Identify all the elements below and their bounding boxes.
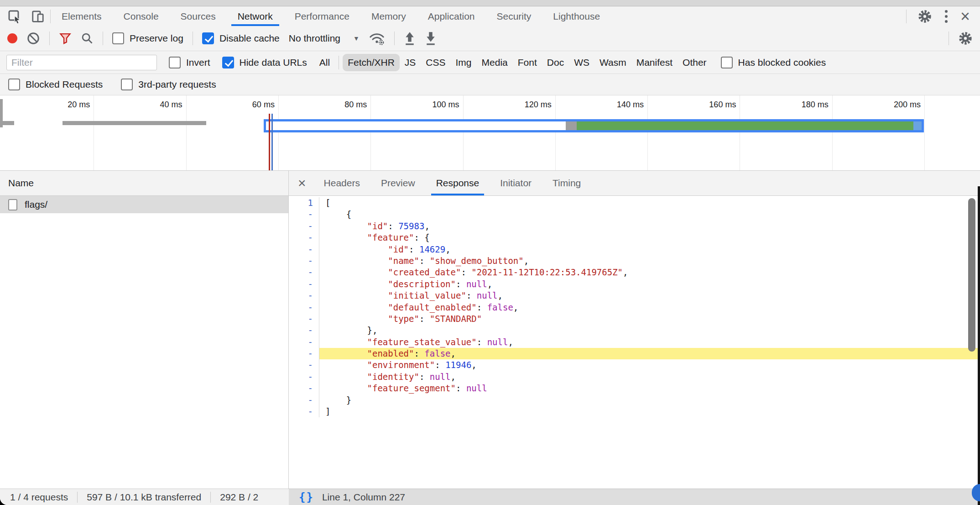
gutter-mark: - [289, 395, 319, 406]
has-blocked-cookies-checkbox[interactable]: Has blocked cookies [721, 57, 826, 68]
type-filter-css[interactable]: CSS [421, 54, 450, 71]
request-row[interactable]: flags/ [0, 196, 288, 213]
checkbox-unchecked[interactable] [121, 79, 133, 90]
timeline-gridline [555, 95, 556, 170]
checkbox-unchecked[interactable] [721, 57, 733, 68]
hide-data-urls-checkbox[interactable]: Hide data URLs [222, 57, 307, 68]
devtools-tabbar: ElementsConsoleSourcesNetworkPerformance… [0, 6, 980, 26]
divider [193, 32, 193, 45]
timeline-gridline [647, 95, 648, 170]
code-line: -] [289, 406, 980, 417]
network-conditions-icon[interactable] [369, 32, 385, 45]
type-filter-font[interactable]: Font [513, 54, 542, 71]
checkbox-unchecked[interactable] [112, 32, 124, 44]
window-edge-artifact [978, 186, 980, 505]
tab-security[interactable]: Security [485, 6, 542, 26]
type-filter-media[interactable]: Media [477, 54, 513, 71]
timeline-tick-label: 40 ms [132, 100, 182, 110]
divider [49, 32, 50, 45]
checkbox-unchecked[interactable] [8, 79, 20, 90]
checkbox-checked[interactable] [222, 57, 234, 68]
blocked-requests-checkbox[interactable]: Blocked Requests [8, 79, 103, 90]
type-filter-fetch-xhr[interactable]: Fetch/XHR [343, 54, 400, 71]
gutter-mark: 1 [289, 197, 319, 209]
filter-bar: Invert Hide data URLs AllFetch/XHRJSCSSI… [0, 51, 980, 74]
type-filter-ws[interactable]: WS [569, 54, 594, 71]
code-line: - "id": 75983, [289, 221, 980, 232]
search-icon[interactable] [81, 32, 94, 45]
resource-type-icon [8, 199, 17, 210]
timeline-gridline [740, 95, 740, 170]
tab-console[interactable]: Console [113, 6, 170, 26]
disable-cache-checkbox[interactable]: Disable cache [202, 32, 280, 44]
third-party-requests-checkbox[interactable]: 3rd-party requests [121, 79, 216, 90]
filter-funnel-icon[interactable] [59, 32, 72, 45]
vertical-scrollbar[interactable] [968, 198, 975, 352]
tab-network[interactable]: Network [227, 6, 284, 26]
type-filter-all[interactable]: All [314, 54, 335, 71]
filter-input[interactable] [6, 55, 157, 70]
tab-application[interactable]: Application [417, 6, 486, 26]
record-network-log-icon[interactable] [7, 33, 17, 43]
close-devtools-icon[interactable]: × [960, 8, 970, 25]
timeline-gridline [924, 95, 925, 170]
tab-memory[interactable]: Memory [360, 6, 417, 26]
timeline-tick-label: 120 ms [501, 100, 552, 110]
code-line: - "default_enabled": false, [289, 302, 980, 313]
code-text: "name": "show_demo_button", [319, 255, 980, 267]
tab-lighthouse[interactable]: Lighthouse [542, 6, 611, 26]
options-bar: Blocked Requests 3rd-party requests [0, 74, 980, 95]
name-column-header[interactable]: Name [0, 171, 288, 196]
type-filter-img[interactable]: Img [451, 54, 477, 71]
preserve-log-checkbox[interactable]: Preserve log [112, 32, 183, 44]
type-filter-other[interactable]: Other [678, 54, 712, 71]
detail-tab-preview[interactable]: Preview [370, 171, 426, 195]
type-filter-doc[interactable]: Doc [542, 54, 569, 71]
tab-sources[interactable]: Sources [170, 6, 227, 26]
invert-label: Invert [186, 57, 210, 68]
invert-checkbox[interactable]: Invert [169, 57, 210, 68]
timeline-overview[interactable]: 20 ms40 ms60 ms80 ms100 ms120 ms140 ms16… [0, 95, 980, 171]
detail-tab-response[interactable]: Response [426, 171, 490, 195]
code-text: "created_date": "2021-11-12T10:22:53.419… [319, 267, 980, 278]
detail-tab-timing[interactable]: Timing [542, 171, 591, 195]
tab-elements[interactable]: Elements [51, 6, 113, 26]
idle-request-bar [1, 121, 14, 125]
type-filter-manifest[interactable]: Manifest [631, 54, 678, 71]
checkbox-unchecked[interactable] [169, 57, 181, 68]
clear-network-log-icon[interactable] [26, 32, 40, 45]
pretty-print-braces-icon[interactable]: {} [299, 491, 314, 504]
code-line: - { [289, 209, 980, 220]
type-filter-wasm[interactable]: Wasm [594, 54, 631, 71]
detail-tab-initiator[interactable]: Initiator [490, 171, 542, 195]
checkbox-checked[interactable] [202, 32, 214, 44]
settings-gear-icon[interactable] [917, 9, 932, 24]
more-options-icon[interactable] [943, 10, 949, 23]
import-har-icon[interactable] [404, 32, 416, 45]
chevron-down-icon: ▼ [353, 35, 360, 42]
code-text: "initial_value": null, [319, 290, 980, 301]
code-text: ] [319, 406, 980, 417]
timeline-gridline [463, 95, 464, 170]
timeline-tick-label: 100 ms [409, 100, 459, 110]
type-filter-js[interactable]: JS [400, 54, 421, 71]
request-waterfall-bar[interactable] [264, 119, 924, 132]
device-toolbar-icon[interactable] [31, 10, 45, 23]
preserve-log-label: Preserve log [130, 33, 183, 44]
export-har-icon[interactable] [425, 32, 437, 45]
response-code[interactable]: 1[- {- "id": 75983,- "feature": {- "id":… [289, 196, 980, 489]
throttling-select[interactable]: No throttling ▼ [289, 33, 360, 44]
blocked-requests-label: Blocked Requests [26, 79, 103, 90]
code-text: "enabled": false, [319, 348, 980, 359]
network-settings-gear-icon[interactable] [958, 31, 973, 46]
devtools-window: ElementsConsoleSourcesNetworkPerformance… [0, 0, 980, 505]
code-line: - } [289, 395, 980, 406]
detail-tab-headers[interactable]: Headers [313, 171, 370, 195]
close-detail-icon[interactable]: × [295, 176, 313, 190]
disable-cache-label: Disable cache [219, 33, 280, 44]
status-item: 292 B / 2 [220, 492, 258, 503]
tab-performance[interactable]: Performance [284, 6, 360, 26]
code-text: "id": 14629, [319, 244, 980, 255]
inspect-element-icon[interactable] [7, 9, 22, 24]
status-item: 597 B / 10.1 kB transferred [87, 492, 201, 503]
